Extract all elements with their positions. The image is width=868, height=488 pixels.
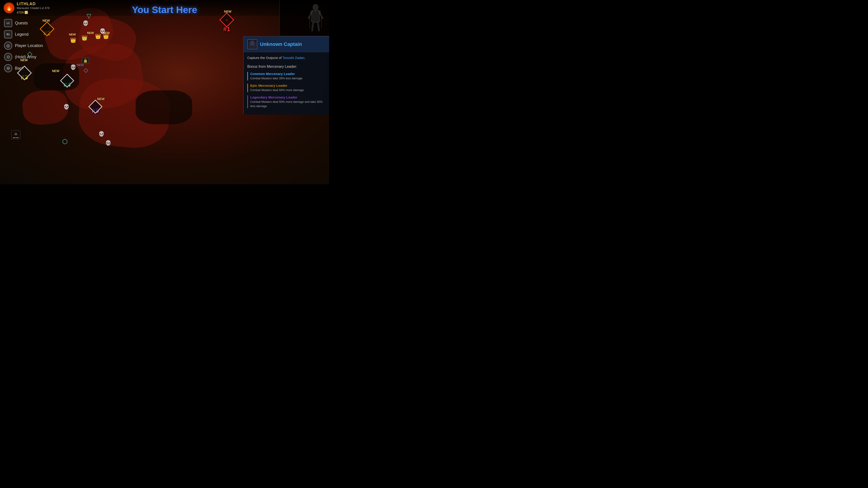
map-marker-1[interactable]: ◇ #1	[221, 15, 232, 33]
new-label-center: NEW	[77, 63, 84, 67]
player-icon: 🔥	[4, 2, 14, 13]
new-label-1: NEW	[224, 9, 231, 13]
character-silhouette	[307, 2, 324, 34]
map-marker-4[interactable]: #4	[62, 76, 72, 88]
tier-epic-desc: Combat Masters deal 50% more damage	[250, 88, 326, 92]
map-marker-5[interactable]: #5	[90, 102, 100, 114]
player-name: LITHLAD	[17, 2, 50, 6]
marker-1-diamond: ◇	[219, 12, 234, 27]
marker-2-diamond	[39, 22, 54, 36]
tier-common-name: Common Mercenary Leader	[250, 72, 326, 76]
panel-body: Capture the Outpost of Tozoshi Zadan. Bo…	[244, 52, 329, 115]
legend-menu-item[interactable]: R1 Legend	[2, 29, 45, 39]
hold-army-button[interactable]: ⊙	[4, 53, 12, 61]
blue-diamond-marker: ◇	[84, 67, 88, 74]
player-location-menu-item[interactable]: ◎ Player Location	[2, 41, 45, 51]
skull-1: 💀	[83, 20, 89, 26]
skull-3: 💀	[70, 64, 76, 70]
panel-header: Unknown Captain	[244, 37, 329, 52]
left-menu: L1 Quests R1 Legend ◎ Player Location ⊙ …	[2, 18, 45, 73]
crown-marker-1: 👑	[70, 37, 76, 43]
skull-4: 💀	[63, 104, 69, 110]
player-marker-arrow: ◇	[27, 50, 32, 58]
top-right-panel	[279, 0, 329, 36]
tier-epic-name: Epic Mercenary Leader	[250, 84, 326, 88]
marker-5-diamond	[88, 100, 102, 113]
marker-4-diamond	[60, 74, 74, 88]
tier-common: Common Mercenary Leader Combat Masters t…	[247, 72, 326, 80]
svg-point-1	[251, 41, 254, 45]
bonus-title: Bonus from Mercenary Leader:	[247, 65, 326, 69]
tier-legendary-desc: Combat Masters deal 50% more damage and …	[250, 100, 326, 108]
bottom-player-arrow: ⬡	[62, 138, 68, 145]
legend-label: Legend	[15, 32, 29, 37]
player-location-label: Player Location	[15, 43, 43, 48]
bonus-section: Bonus from Mercenary Leader: Common Merc…	[247, 65, 326, 108]
marker-3-diamond	[17, 66, 32, 80]
skull-2: 💀	[99, 28, 105, 34]
legend-button[interactable]: R1	[4, 30, 12, 38]
skull-6: 💀	[105, 140, 111, 146]
player-position-arrow: ▽	[87, 12, 91, 20]
tier-common-desc: Combat Masters take 35% less damage	[250, 76, 326, 80]
player-subtitle: Marauder Citadel Lvl 478	[17, 6, 50, 10]
quests-button[interactable]: L1	[4, 19, 12, 27]
tier-legendary-name: Legendary Mercenary Leader	[250, 95, 326, 99]
quests-menu-item[interactable]: L1 Quests	[2, 18, 45, 28]
right-panel: Unknown Captain Capture the Outpost of T…	[243, 36, 329, 115]
gold-icon	[25, 11, 28, 14]
player-info: 🔥 LITHLAD Marauder Citadel Lvl 478 4709	[4, 2, 50, 14]
captain-avatar	[247, 39, 257, 49]
player-details: LITHLAD Marauder Citadel Lvl 478 4709	[17, 2, 50, 14]
map-marker-2[interactable]: #2	[42, 24, 52, 37]
crown-marker-2: 👑	[81, 35, 88, 41]
new-label-crown2: NEW	[69, 33, 76, 36]
bottom-left-icon: ☠	[11, 130, 20, 139]
map-marker-3[interactable]: #3	[19, 68, 30, 81]
capture-description: Capture the Outpost of Tozoshi Zadan.	[247, 55, 326, 60]
tier-epic: Epic Mercenary Leader Combat Masters dea…	[247, 84, 326, 92]
tier-legendary: Legendary Mercenary Leader Combat Master…	[247, 95, 326, 108]
new-label-crown: NEW	[87, 31, 94, 35]
quests-label: Quests	[15, 21, 28, 26]
back-button[interactable]: ⊖	[4, 64, 12, 72]
svg-point-0	[313, 4, 318, 11]
skull-5: 💀	[98, 131, 104, 137]
gold-count: 4709	[17, 11, 50, 14]
player-location-button[interactable]: ◎	[4, 41, 12, 50]
lock-marker: 🔒	[82, 58, 89, 64]
panel-title: Unknown Captain	[260, 41, 302, 47]
crown-marker-3: 👑	[95, 33, 101, 39]
